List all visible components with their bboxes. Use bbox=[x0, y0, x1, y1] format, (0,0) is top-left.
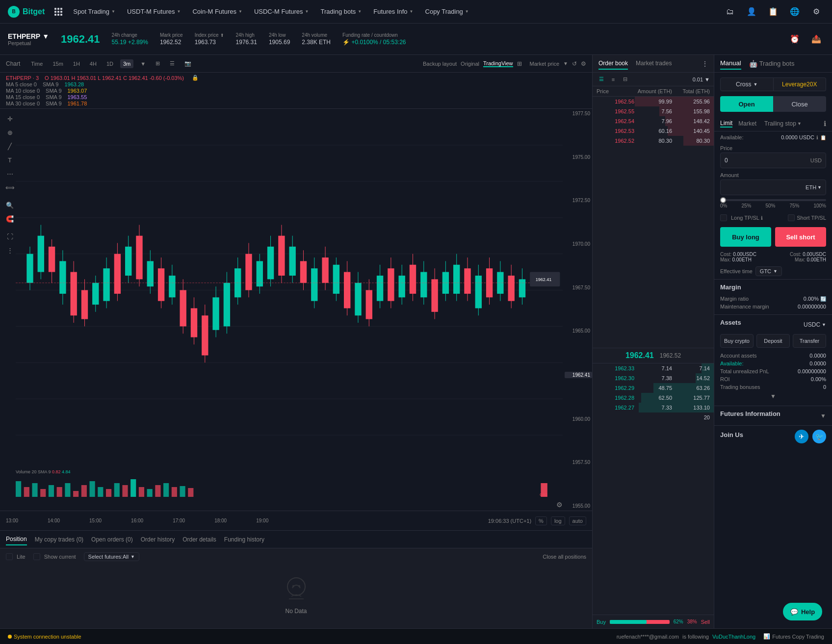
ob-bid-row[interactable]: 1962.33 7.14 7.14 bbox=[593, 363, 714, 373]
chart-grid-icon[interactable]: ⊞ bbox=[517, 60, 522, 67]
futures-select[interactable]: Select futures:All ▼ bbox=[84, 552, 139, 561]
chart-screenshot-icon[interactable]: 📷 bbox=[182, 59, 194, 68]
amount-unit-dropdown[interactable]: ETH ▼ bbox=[806, 184, 822, 190]
buy-crypto-button[interactable]: Buy crypto bbox=[720, 334, 754, 348]
order-type-trailing[interactable]: Trailing stop ▼ bbox=[764, 120, 802, 127]
ob-ask-row[interactable]: 1962.53 60.16 140.45 bbox=[593, 126, 714, 136]
chart-template-icon[interactable]: ☰ bbox=[167, 59, 178, 68]
share-icon[interactable]: 📤 bbox=[808, 31, 824, 47]
order-type-market[interactable]: Market bbox=[738, 120, 756, 127]
nav-item-spot-trading[interactable]: Spot Trading ▼ bbox=[68, 5, 120, 18]
amount-slider-thumb[interactable] bbox=[720, 197, 726, 203]
notifications-icon[interactable]: 📋 bbox=[765, 4, 781, 20]
futures-info-header[interactable]: Futures Information ▼ bbox=[720, 410, 826, 421]
ob-bid-row[interactable]: 1962.29 48.75 63.26 bbox=[593, 383, 714, 393]
deposit-button[interactable]: Deposit bbox=[756, 334, 790, 348]
tab-order-history[interactable]: Order history bbox=[141, 534, 175, 545]
ob-bid-row[interactable]: 1962.30 7.38 14.52 bbox=[593, 373, 714, 383]
ob-ask-row[interactable]: 1962.56 99.99 255.96 bbox=[593, 97, 714, 106]
sell-short-button[interactable]: Sell short bbox=[775, 227, 826, 247]
close-all-btn[interactable]: Close all positions bbox=[543, 554, 586, 560]
ob-both-view[interactable]: ☰ bbox=[597, 76, 606, 83]
tab-position[interactable]: Position bbox=[6, 534, 27, 545]
order-type-limit[interactable]: Limit bbox=[720, 120, 732, 128]
nav-item-trading-bots[interactable]: Trading bots ▼ bbox=[316, 5, 367, 18]
amount-input[interactable] bbox=[725, 184, 806, 191]
ob-ask-view[interactable]: ⊟ bbox=[620, 76, 630, 83]
transfer-button[interactable]: Transfer bbox=[793, 334, 826, 348]
more-tools[interactable]: ⋮ bbox=[4, 244, 16, 256]
ob-bid-row[interactable]: 20 bbox=[593, 412, 714, 422]
backup-layout-btn[interactable]: Backup layout bbox=[423, 61, 457, 67]
following-user-link[interactable]: VuDucThanhLong bbox=[712, 634, 755, 640]
chart-settings-gear[interactable]: ⚙ bbox=[556, 501, 563, 509]
ob-tick-size[interactable]: 0.01 ▼ bbox=[693, 77, 710, 82]
ob-bid-view[interactable]: ≡ bbox=[608, 76, 618, 83]
magnet-tool[interactable]: 🧲 bbox=[4, 213, 16, 225]
ticker-symbol[interactable]: ETHPERP ▼ Perpetual bbox=[8, 32, 49, 46]
ob-more-icon[interactable]: ⋮ bbox=[702, 60, 708, 67]
nav-item-coin-futures[interactable]: Coin-M Futures ▼ bbox=[187, 5, 247, 18]
nav-item-usdt-futures[interactable]: USDT-M Futures ▼ bbox=[122, 5, 185, 18]
copy-trading-link[interactable]: 📊 Futures Copy Trading bbox=[763, 633, 824, 640]
chart-log-btn[interactable]: log bbox=[551, 516, 565, 525]
available-assets-label[interactable]: Available: bbox=[720, 361, 744, 366]
available-info-icon[interactable]: ℹ bbox=[816, 135, 818, 140]
assets-currency-select[interactable]: USDC ▼ bbox=[804, 321, 826, 328]
close-tab[interactable]: Close bbox=[773, 96, 826, 112]
chart-auto-btn[interactable]: auto bbox=[569, 516, 586, 525]
order-type-info-icon[interactable]: ℹ bbox=[824, 120, 826, 128]
original-btn[interactable]: Original bbox=[461, 61, 479, 67]
timeframe-1h[interactable]: 1H bbox=[70, 59, 83, 68]
nav-item-copy-trading[interactable]: Copy Trading ▼ bbox=[420, 5, 474, 18]
market-price-chevron[interactable]: ▼ bbox=[563, 61, 568, 66]
long-tpsl-checkbox[interactable] bbox=[720, 214, 727, 221]
tab-open-orders[interactable]: Open orders (0) bbox=[91, 534, 133, 545]
ob-bid-row[interactable]: 1962.27 7.33 133.10 bbox=[593, 403, 714, 412]
cursor-tool[interactable]: ✛ bbox=[4, 113, 16, 125]
expand-assets-btn[interactable]: ▼ bbox=[720, 391, 826, 402]
margin-ratio-info[interactable]: 🔄 bbox=[820, 296, 826, 302]
tab-funding-history[interactable]: Funding history bbox=[224, 534, 264, 545]
tab-order-details[interactable]: Order details bbox=[182, 534, 216, 545]
ob-bid-row[interactable]: 1962.28 62.50 125.77 bbox=[593, 393, 714, 403]
chart-indicator-icon[interactable]: ⊞ bbox=[153, 59, 163, 68]
leverage-btn[interactable]: Leverage20X bbox=[774, 77, 827, 91]
ob-ask-row[interactable]: 1962.55 7.56 155.98 bbox=[593, 106, 714, 116]
ob-ask-row[interactable]: 1962.52 80.30 80.30 bbox=[593, 136, 714, 146]
chart-pct-btn[interactable]: % bbox=[535, 516, 547, 525]
buy-long-button[interactable]: Buy long bbox=[720, 227, 771, 247]
timeframe-more[interactable]: ▼ bbox=[137, 59, 149, 68]
short-tpsl-checkbox[interactable] bbox=[788, 214, 795, 221]
chart-settings-icon[interactable]: ⚙ bbox=[581, 60, 586, 67]
grid-menu-icon[interactable] bbox=[54, 8, 62, 16]
open-tab[interactable]: Open bbox=[720, 96, 773, 112]
timeframe-time[interactable]: Time bbox=[28, 59, 46, 68]
measure-tool[interactable]: ⟺ bbox=[4, 181, 16, 193]
rp-trading-bots[interactable]: 🤖 Trading bots bbox=[749, 60, 795, 68]
crosshair-tool[interactable]: ⊕ bbox=[4, 127, 16, 138]
tab-copy-trades[interactable]: My copy trades (0) bbox=[35, 534, 83, 545]
nav-item-futures-info[interactable]: Futures Info ▼ bbox=[368, 5, 418, 18]
text-tool[interactable]: T bbox=[4, 154, 16, 166]
help-button[interactable]: 💬 Help bbox=[783, 603, 822, 620]
rp-tab-manual[interactable]: Manual bbox=[720, 57, 741, 70]
timeframe-1d[interactable]: 1D bbox=[104, 59, 116, 68]
twitter-icon[interactable]: 🐦 bbox=[812, 430, 826, 443]
pattern-tool[interactable]: ⋯ bbox=[4, 168, 16, 180]
wallet-icon[interactable]: 🗂 bbox=[722, 4, 738, 20]
cross-btn[interactable]: Cross ▼ bbox=[720, 77, 774, 91]
tradingview-btn[interactable]: TradingView bbox=[483, 60, 513, 67]
ob-ask-row[interactable]: 1962.54 7.96 148.42 bbox=[593, 116, 714, 126]
timeframe-15m[interactable]: 15m bbox=[50, 59, 66, 68]
alarm-icon[interactable]: ⏰ bbox=[787, 31, 803, 47]
timeframe-4h[interactable]: 4H bbox=[87, 59, 100, 68]
zoom-tool[interactable]: 🔍 bbox=[4, 199, 16, 211]
lite-checkbox[interactable] bbox=[6, 553, 13, 560]
timeframe-3m[interactable]: 3m bbox=[120, 59, 133, 68]
logo[interactable]: B Bitget bbox=[8, 6, 45, 18]
chart-reset-icon[interactable]: ↺ bbox=[572, 60, 577, 67]
expand-tool[interactable]: ⛶ bbox=[4, 231, 16, 242]
ob-tab-orderbook[interactable]: Order book bbox=[598, 58, 628, 70]
effective-time-select[interactable]: GTC ▼ bbox=[755, 266, 782, 276]
